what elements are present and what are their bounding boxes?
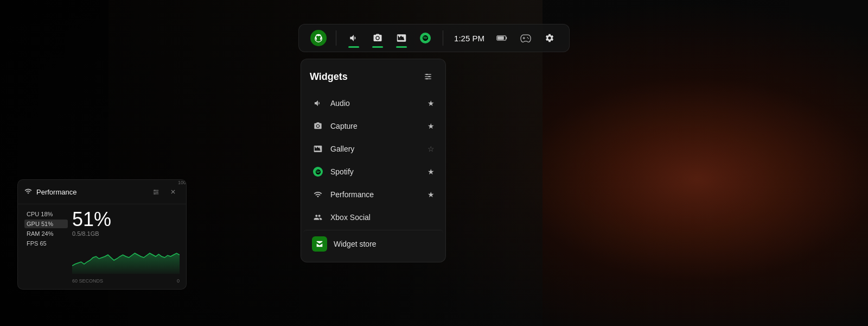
- ram-label: RAM 24%: [27, 230, 54, 237]
- spotify-widget-label: Spotify: [330, 167, 421, 176]
- audio-icon: [312, 97, 324, 109]
- performance-icon: [312, 189, 324, 200]
- volume-button[interactable]: [343, 27, 365, 49]
- widget-item-spotify[interactable]: Spotify ★: [303, 160, 443, 183]
- fps-label: FPS 65: [27, 240, 47, 247]
- svg-point-6: [426, 74, 428, 76]
- spotify-star[interactable]: ★: [427, 167, 435, 176]
- svg-point-9: [154, 190, 155, 191]
- ram-stat[interactable]: RAM 24%: [24, 229, 68, 238]
- perf-chart-max: 100: [178, 180, 186, 185]
- perf-settings-btn[interactable]: [149, 185, 162, 198]
- capture-label: Capture: [330, 122, 421, 130]
- svg-point-10: [156, 191, 157, 192]
- capture-star[interactable]: ★: [427, 122, 435, 130]
- widget-item-audio[interactable]: Audio ★: [303, 92, 443, 115]
- battery-button: [491, 27, 513, 49]
- perf-chart: [72, 241, 180, 276]
- gallery-star[interactable]: ☆: [427, 145, 435, 153]
- topbar-divider-1: [336, 30, 336, 46]
- spotify-icon: [420, 33, 431, 43]
- capture-button[interactable]: [367, 27, 388, 49]
- perf-body: CPU 18% GPU 51% RAM 24% FPS 65 51% 0.5/8…: [18, 204, 186, 289]
- chart-time-label: 60 SECONDS: [72, 278, 103, 284]
- performance-star[interactable]: ★: [427, 190, 435, 199]
- topbar-time: 1:25 PM: [454, 34, 484, 43]
- svg-rect-2: [506, 37, 507, 39]
- xbox-social-label: Xbox Social: [330, 213, 435, 222]
- widget-store-icon: [312, 236, 327, 252]
- chart-end-label: 0: [177, 278, 180, 284]
- xbox-logo-icon: [310, 30, 327, 46]
- widgets-header: Widgets: [301, 59, 445, 92]
- perf-stats: CPU 18% GPU 51% RAM 24% FPS 65: [24, 210, 68, 284]
- svg-point-7: [429, 76, 430, 78]
- spotify-widget-icon: [312, 166, 324, 178]
- spotify-topbar-button[interactable]: [414, 27, 436, 49]
- perf-big-number: 51%: [72, 210, 111, 229]
- widgets-settings-button[interactable]: [419, 68, 437, 85]
- perf-header-icon: [24, 187, 32, 197]
- perf-title: Performance: [36, 188, 145, 196]
- widget-item-xbox-social[interactable]: Xbox Social: [303, 206, 443, 229]
- perf-chart-area: 51% 0.5/8.1GB 100: [72, 210, 180, 284]
- perf-sub-label: 0.5/8.1GB: [72, 230, 111, 237]
- gpu-stat[interactable]: GPU 51%: [24, 220, 68, 228]
- performance-label: Performance: [330, 190, 421, 199]
- topbar-divider-2: [443, 30, 443, 46]
- audio-star[interactable]: ★: [427, 99, 435, 108]
- audio-label: Audio: [330, 99, 421, 108]
- fps-stat[interactable]: FPS 65: [24, 239, 68, 248]
- xbox-social-icon: [312, 211, 324, 223]
- perf-close-btn[interactable]: [167, 185, 180, 198]
- perf-header: Performance: [18, 180, 186, 204]
- gpu-label: GPU 51%: [27, 221, 53, 227]
- gallery-label: Gallery: [330, 145, 421, 153]
- xbox-button[interactable]: [308, 27, 329, 49]
- widget-item-performance[interactable]: Performance ★: [303, 183, 443, 206]
- gallery-icon: [312, 143, 324, 155]
- svg-rect-3: [497, 36, 504, 40]
- widgets-panel: Widgets Audio ★ Capture ★: [301, 59, 446, 262]
- perf-chart-labels: 60 SECONDS 0: [72, 278, 180, 284]
- perf-chart-svg: [72, 241, 180, 274]
- widget-store-item[interactable]: Widget store: [303, 230, 443, 258]
- cpu-label: CPU 18%: [27, 211, 53, 217]
- widget-item-gallery[interactable]: Gallery ☆: [303, 137, 443, 160]
- widget-store-label: Widget store: [334, 240, 376, 248]
- topbar: 1:25 PM: [298, 24, 570, 52]
- controller-button: [515, 27, 537, 49]
- performance-widget: Performance CPU 18% GPU 51% RAM 24%: [17, 179, 187, 290]
- svg-point-8: [426, 78, 428, 80]
- svg-point-11: [154, 193, 155, 194]
- settings-button[interactable]: [539, 27, 560, 49]
- svg-point-5: [528, 38, 529, 39]
- cpu-stat[interactable]: CPU 18%: [24, 210, 68, 218]
- svg-point-4: [527, 37, 528, 38]
- capture-icon: [312, 120, 324, 132]
- widgets-title: Widgets: [310, 71, 348, 83]
- gallery-button[interactable]: [391, 27, 412, 49]
- widget-item-capture[interactable]: Capture ★: [303, 115, 443, 137]
